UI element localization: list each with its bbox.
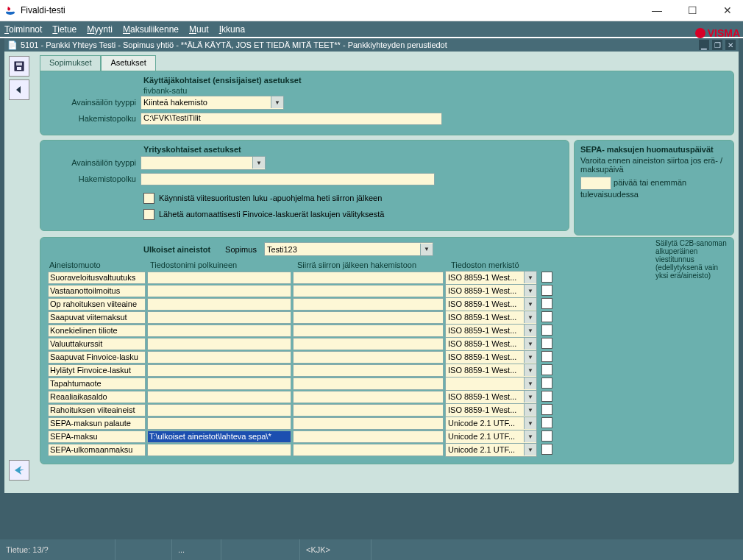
menu-myynti[interactable]: Myynti xyxy=(87,24,113,35)
cell-move-dir[interactable] xyxy=(293,430,444,443)
cell-move-dir[interactable] xyxy=(293,351,444,364)
preserve-checkbox[interactable] xyxy=(541,311,552,322)
menu-ikkuna[interactable]: Ikkuna xyxy=(219,24,245,35)
save-button[interactable] xyxy=(9,56,29,77)
cell-move-dir[interactable] xyxy=(293,391,444,403)
encoding-select[interactable]: ISO 8859-1 West...▼ xyxy=(445,297,537,311)
user-path-input[interactable]: C:\FVK\TestiTilit xyxy=(141,113,442,125)
encoding-select[interactable]: Unicode 2.1 UTF...▼ xyxy=(445,430,537,444)
preserve-checkbox[interactable] xyxy=(541,364,552,375)
tab-asetukset[interactable]: Asetukset xyxy=(101,55,155,71)
cell-filepath[interactable] xyxy=(147,311,291,324)
minimize-button[interactable]: — xyxy=(646,4,668,16)
encoding-select[interactable]: Unicode 2.1 UTF...▼ xyxy=(445,443,537,457)
cell-move-dir[interactable] xyxy=(293,444,444,456)
preserve-checkbox[interactable] xyxy=(541,417,552,428)
close-button[interactable]: ✕ xyxy=(717,4,739,16)
encoding-select[interactable]: ISO 8859-1 West...▼ xyxy=(445,350,537,364)
preserve-checkbox[interactable] xyxy=(541,272,552,283)
preserve-checkbox[interactable] xyxy=(541,285,552,296)
cell-move-dir[interactable] xyxy=(293,272,444,284)
cell-preserve xyxy=(541,298,556,311)
cell-aineisto[interactable]: SEPA-maksu xyxy=(48,430,146,443)
cell-move-dir[interactable] xyxy=(293,285,444,297)
cell-filepath[interactable] xyxy=(147,298,291,311)
cell-filepath[interactable] xyxy=(147,364,291,377)
preserve-checkbox[interactable] xyxy=(541,338,552,349)
encoding-select[interactable]: ▼ xyxy=(445,377,537,391)
encoding-select[interactable]: ISO 8859-1 West...▼ xyxy=(445,271,537,285)
preserve-checkbox[interactable] xyxy=(541,351,552,362)
cell-filepath[interactable] xyxy=(147,285,291,297)
cell-move-dir[interactable] xyxy=(293,417,444,430)
cell-move-dir[interactable] xyxy=(293,298,444,311)
sopimus-select[interactable]: Testi123 ▼ xyxy=(264,242,433,256)
back-button[interactable] xyxy=(9,79,29,100)
cell-filepath[interactable] xyxy=(147,378,291,390)
menu-toiminnot[interactable]: Toiminnot xyxy=(4,24,42,35)
mdi-close-button[interactable]: ✕ xyxy=(725,40,736,50)
encoding-select[interactable]: ISO 8859-1 West...▼ xyxy=(445,403,537,417)
chevron-down-icon: ▼ xyxy=(524,404,536,416)
cell-encoding: ISO 8859-1 West...▼ xyxy=(445,364,537,378)
mdi-minimize-button[interactable]: ▁ xyxy=(699,40,709,50)
tab-sopimukset[interactable]: Sopimukset xyxy=(40,55,101,71)
cell-filepath[interactable] xyxy=(147,404,291,417)
maximize-button[interactable]: ☐ xyxy=(681,4,703,16)
cell-move-dir[interactable] xyxy=(293,404,444,417)
encoding-select[interactable]: ISO 8859-1 West...▼ xyxy=(445,364,537,378)
cell-aineisto[interactable]: Suoraveloitusvaltuutuks xyxy=(48,272,146,284)
cell-filepath[interactable] xyxy=(147,417,291,430)
mdi-restore-button[interactable]: ❐ xyxy=(712,40,722,50)
cell-aineisto[interactable]: Saapuvat Finvoice-lasku xyxy=(48,351,146,364)
preserve-checkbox[interactable] xyxy=(541,298,552,309)
cell-aineisto[interactable]: Vastaanottoilmoitus xyxy=(48,285,146,297)
encoding-select[interactable]: ISO 8859-1 West...▼ xyxy=(445,311,537,325)
cell-aineisto[interactable]: Op rahoituksen viiteaine xyxy=(48,298,146,311)
cell-aineisto[interactable]: Saapuvat viitemaksut xyxy=(48,311,146,324)
cb-viitesuoritus[interactable] xyxy=(143,193,154,204)
cell-filepath[interactable] xyxy=(147,325,291,337)
cell-filepath[interactable]: T:\ulkoiset aineistot\lahteva sepa\* xyxy=(147,430,291,443)
user-type-select[interactable]: Kiinteä hakemisto ▼ xyxy=(141,96,284,110)
nav-tool-button[interactable] xyxy=(9,460,29,481)
cell-move-dir[interactable] xyxy=(293,325,444,337)
save-icon xyxy=(13,60,25,72)
preserve-checkbox[interactable] xyxy=(541,378,552,389)
cb-finvoice[interactable] xyxy=(143,209,154,220)
cell-filepath[interactable] xyxy=(147,272,291,284)
cell-aineisto[interactable]: Reaaliaikasaldo xyxy=(48,391,146,403)
preserve-checkbox[interactable] xyxy=(541,325,552,336)
encoding-select[interactable]: ISO 8859-1 West...▼ xyxy=(445,390,537,404)
encoding-select[interactable]: ISO 8859-1 West...▼ xyxy=(445,324,537,338)
cell-aineisto[interactable]: SEPA-ulkomaanmaksu xyxy=(48,444,146,456)
cell-move-dir[interactable] xyxy=(293,378,444,390)
status-kjk: <KJK> xyxy=(300,539,372,560)
cell-aineisto[interactable]: Rahoituksen viiteaineist xyxy=(48,404,146,417)
cell-filepath[interactable] xyxy=(147,444,291,456)
cell-aineisto[interactable]: Konekielinen tiliote xyxy=(48,325,146,337)
menu-muut[interactable]: Muut xyxy=(189,24,209,35)
cell-filepath[interactable] xyxy=(147,351,291,364)
menu-maksuliikenne[interactable]: Maksuliikenne xyxy=(123,24,179,35)
encoding-select[interactable]: Unicode 2.1 UTF...▼ xyxy=(445,417,537,430)
cell-filepath[interactable] xyxy=(147,391,291,403)
cell-move-dir[interactable] xyxy=(293,311,444,324)
cell-aineisto[interactable]: Hylätyt Finvoice-laskut xyxy=(48,364,146,377)
cell-aineisto[interactable]: Valuuttakurssit xyxy=(48,338,146,350)
encoding-select[interactable]: ISO 8859-1 West...▼ xyxy=(445,284,537,298)
cell-aineisto[interactable]: Tapahtumaote xyxy=(48,378,146,390)
preserve-checkbox[interactable] xyxy=(541,404,552,415)
preserve-checkbox[interactable] xyxy=(541,444,552,455)
encoding-select[interactable]: ISO 8859-1 West...▼ xyxy=(445,337,537,351)
cell-move-dir[interactable] xyxy=(293,364,444,377)
company-type-select[interactable]: ▼ xyxy=(141,156,266,170)
company-path-input[interactable] xyxy=(141,173,435,185)
cell-aineisto[interactable]: SEPA-maksun palaute xyxy=(48,417,146,430)
cell-filepath[interactable] xyxy=(147,338,291,350)
cell-move-dir[interactable] xyxy=(293,338,444,350)
preserve-checkbox[interactable] xyxy=(541,430,552,442)
sepa-days-input[interactable] xyxy=(580,177,611,190)
menu-tietue[interactable]: Tietue xyxy=(52,24,77,35)
preserve-checkbox[interactable] xyxy=(541,391,552,402)
